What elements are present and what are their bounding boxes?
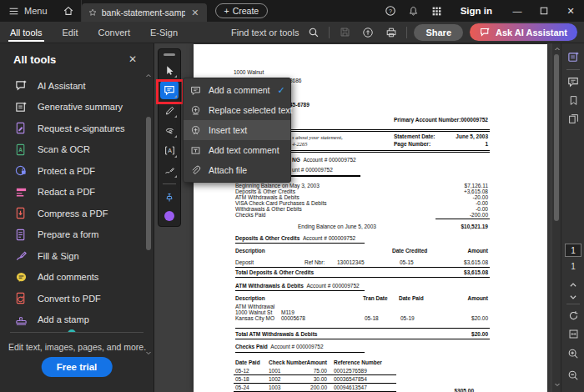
pin-tool[interactable]	[160, 188, 179, 207]
scroll-down-icon[interactable]	[553, 380, 561, 389]
bell-icon	[408, 6, 419, 17]
sidebar-item-scan-ocr[interactable]: A Scan & OCR	[0, 139, 143, 161]
rule	[435, 219, 490, 219]
next-page-button[interactable]	[561, 289, 584, 305]
text-box-icon: A	[164, 145, 175, 156]
rule	[235, 290, 365, 291]
panel-close-icon[interactable]: ✕	[125, 52, 140, 67]
sidebar-item-label: Redact a PDF	[38, 187, 95, 197]
create-button[interactable]: + Create	[215, 3, 269, 18]
panel-scrollbar[interactable]	[144, 72, 153, 342]
rotate-page-button[interactable]	[561, 307, 584, 324]
save-button[interactable]	[336, 24, 353, 41]
ending-balance-value: $10,521.19	[461, 224, 488, 229]
search-button[interactable]	[305, 24, 322, 41]
document-scrollbar[interactable]	[552, 43, 561, 392]
menu-item-label: Add text comment	[209, 145, 279, 155]
save-icon	[340, 27, 350, 38]
titlebar: Menu bank-statement-sample... ✕ + Create…	[0, 0, 584, 22]
all-tools-panel: All tools ✕ AI Assistant Generative summ…	[0, 43, 154, 392]
scroll-up-icon[interactable]	[553, 45, 561, 53]
page-thumbnails-button[interactable]	[561, 110, 584, 127]
tab-close-icon[interactable]: ✕	[190, 8, 199, 18]
window-maximize-button[interactable]	[531, 0, 557, 22]
scan-ocr-icon: A	[15, 143, 28, 156]
signature-tool[interactable]	[160, 161, 179, 179]
titlebar-left: Menu bank-statement-sample... ✕ + Create	[0, 0, 268, 22]
sidebar-item-label: Add comments	[38, 272, 98, 282]
doc-phone-fragment: 45-6789	[289, 102, 310, 108]
sidebar-item-label: Compress a PDF	[38, 209, 108, 219]
share-button[interactable]: Share	[414, 24, 463, 41]
print-button[interactable]	[383, 24, 400, 41]
checks-section-title: Checks Paid Account # 000009752	[235, 344, 324, 349]
sidebar-item-label: AI Assistant	[38, 81, 85, 91]
zoom-in-icon	[567, 348, 579, 359]
find-label[interactable]: Find text or tools	[231, 28, 299, 38]
tab-esign[interactable]: E-Sign	[140, 22, 188, 43]
help-button[interactable]: ?	[379, 0, 402, 22]
notifications-button[interactable]	[402, 0, 425, 22]
sidebar-item-request-esignatures[interactable]: Request e-signatures	[0, 118, 143, 139]
rule	[235, 267, 490, 268]
color-swatch[interactable]	[164, 211, 174, 221]
menu-item-add-text-comment[interactable]: Add text comment	[184, 140, 290, 160]
zoom-out-button[interactable]	[561, 367, 584, 384]
sidebar-item-ai-assistant[interactable]: AI Assistant	[0, 75, 143, 97]
zoom-in-button[interactable]	[561, 345, 584, 362]
scroll-down-icon[interactable]	[144, 349, 153, 357]
sidebar-item-generative-summary[interactable]: Generative summary	[0, 97, 143, 118]
draw-tool[interactable]	[160, 121, 179, 139]
sidebar-item-redact-pdf[interactable]: Redact a PDF	[0, 182, 143, 204]
fit-page-button[interactable]	[561, 325, 584, 342]
paperclip-icon	[190, 165, 201, 176]
ask-ai-assistant-button[interactable]: Ask AI Assistant	[470, 23, 577, 41]
text-box-tool[interactable]: A	[160, 141, 179, 159]
check-ref: 00036547854	[334, 376, 367, 382]
tab-edit[interactable]: Edit	[53, 22, 88, 43]
sidebar-item-compress-pdf[interactable]: Compress a PDF	[0, 203, 143, 224]
pages-icon	[568, 113, 579, 124]
tab-all-tools[interactable]: All tools	[0, 22, 53, 43]
sidebar-item-prepare-form[interactable]: Prepare a form	[0, 224, 143, 246]
document-tab[interactable]: bank-statement-sample... ✕	[82, 3, 207, 22]
strip-drag-handle[interactable]	[164, 53, 175, 56]
menu-item-replace-selected-text[interactable]: Replace selected text	[184, 100, 290, 120]
menu-item-insert-text[interactable]: Insert text	[184, 120, 290, 140]
scroll-up-icon[interactable]	[144, 72, 153, 80]
apps-button[interactable]	[425, 0, 449, 22]
free-trial-button[interactable]: Free trial	[42, 357, 113, 377]
doc-zip-fragment: 3686	[289, 78, 301, 83]
select-tool[interactable]	[160, 61, 179, 79]
tab-convert[interactable]: Convert	[88, 22, 141, 43]
generative-summary-icon	[15, 101, 28, 113]
panel-title: All tools	[13, 53, 56, 66]
generative-summary-button[interactable]	[561, 48, 584, 65]
window-close-button[interactable]: ✕	[557, 0, 584, 22]
comment-context-menu: Add a comment ✓ Replace selected text In…	[183, 78, 291, 183]
statement-date-label: Statement Date:	[394, 133, 435, 139]
sidebar-item-add-comments[interactable]: Add comments	[0, 267, 143, 289]
menu-button[interactable]: Menu	[0, 0, 56, 22]
sign-in-button[interactable]: Sign in	[449, 6, 504, 16]
window-minimize-button[interactable]: —	[504, 0, 531, 22]
upload-button[interactable]	[360, 24, 376, 41]
bookmarks-panel-button[interactable]	[561, 92, 584, 108]
rule	[235, 243, 365, 244]
sidebar-item-convert-pdf[interactable]: Convert to PDF	[0, 288, 143, 309]
home-button[interactable]	[56, 0, 82, 22]
page-number-value: 1	[485, 141, 488, 147]
page-number-input[interactable]: 1	[565, 244, 581, 257]
compress-pdf-icon	[15, 207, 28, 219]
acrobat-window: Menu bank-statement-sample... ✕ + Create…	[0, 0, 584, 392]
col-header: Tran Date	[363, 295, 388, 301]
menu-item-add-comment[interactable]: Add a comment ✓	[184, 80, 290, 100]
sidebar-item-fill-sign[interactable]: Fill & Sign	[0, 245, 143, 267]
comments-panel-button[interactable]	[561, 73, 584, 90]
upload-cloud-icon	[362, 27, 374, 38]
sidebar-item-protect-pdf[interactable]: Protect a PDF	[0, 160, 143, 182]
document-scroll-thumb[interactable]	[554, 54, 559, 221]
menu-item-attach-file[interactable]: Attach file	[184, 160, 290, 180]
deposit-date: 05-15	[400, 259, 414, 265]
panel-scroll-thumb[interactable]	[146, 117, 151, 250]
